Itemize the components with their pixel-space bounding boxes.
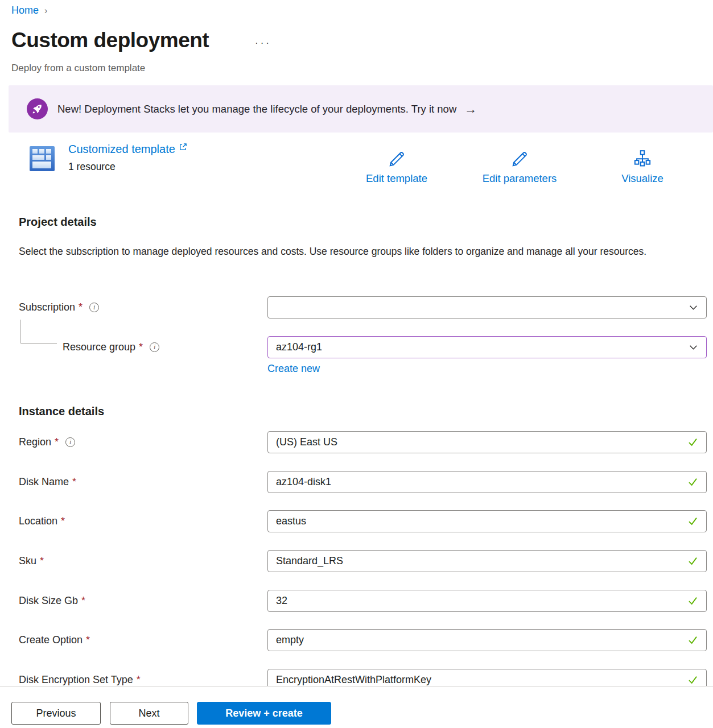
chevron-down-icon — [689, 303, 698, 312]
pencil-icon — [457, 147, 582, 171]
required-asterisk: * — [40, 555, 44, 567]
tree-connector-horizontal — [20, 343, 57, 344]
sku-value: Standard_LRS — [276, 555, 687, 567]
valid-check-icon — [687, 556, 698, 566]
customized-template-label: Customized template — [68, 143, 175, 156]
create-option-label-text: Create Option — [19, 634, 83, 646]
location-label-text: Location — [19, 515, 57, 527]
edit-parameters-label: Edit parameters — [457, 172, 582, 185]
custom-deployment-page: Home › Custom deployment ··· Deploy from… — [0, 0, 713, 728]
required-asterisk: * — [81, 595, 85, 607]
resource-group-dropdown[interactable]: az104-rg1 — [267, 336, 707, 358]
disk-name-label: Disk Name * — [19, 476, 76, 488]
visualize-button[interactable]: Visualize — [580, 147, 705, 185]
disk-encryption-set-type-value: EncryptionAtRestWithPlatformKey — [276, 674, 687, 686]
valid-check-icon — [687, 477, 698, 487]
resource-group-label-text: Resource group — [63, 341, 135, 353]
location-label: Location * — [19, 515, 65, 527]
disk-encryption-set-type-label: Disk Encryption Set Type * — [19, 674, 141, 686]
previous-button[interactable]: Previous — [11, 702, 101, 725]
valid-check-icon — [687, 437, 698, 448]
wizard-footer: Previous Next Review + create — [0, 686, 713, 728]
page-subtitle: Deploy from a custom template — [11, 63, 145, 74]
tree-connector-vertical — [20, 320, 21, 344]
disk-encryption-set-type-label-text: Disk Encryption Set Type — [19, 674, 133, 686]
valid-check-icon — [687, 675, 698, 685]
breadcrumb: Home › — [11, 5, 47, 16]
edit-template-label: Edit template — [334, 172, 459, 185]
template-icon — [30, 146, 55, 171]
edit-parameters-button[interactable]: Edit parameters — [457, 147, 582, 185]
required-asterisk: * — [79, 301, 83, 313]
arrow-right-icon: → — [464, 102, 477, 117]
disk-name-value: az104-disk1 — [276, 476, 687, 488]
region-input[interactable]: (US) East US — [267, 431, 707, 453]
valid-check-icon — [687, 595, 698, 606]
valid-check-icon — [687, 516, 698, 527]
sku-label: Sku * — [19, 555, 44, 567]
disk-size-label: Disk Size Gb * — [19, 595, 85, 607]
required-asterisk: * — [139, 341, 143, 353]
location-input[interactable]: eastus — [267, 510, 707, 532]
chevron-down-icon — [689, 342, 698, 352]
create-option-input[interactable]: empty — [267, 629, 707, 651]
external-link-icon — [179, 143, 187, 151]
create-new-link[interactable]: Create new — [267, 363, 320, 375]
pencil-icon — [334, 147, 459, 171]
subscription-dropdown[interactable] — [267, 296, 707, 318]
required-asterisk: * — [61, 515, 65, 527]
rocket-icon — [27, 98, 48, 119]
project-details-description: Select the subscription to manage deploy… — [19, 243, 673, 260]
more-options-button[interactable]: ··· — [255, 38, 271, 49]
disk-name-label-text: Disk Name — [19, 476, 69, 488]
page-title: Custom deployment — [11, 28, 209, 52]
location-value: eastus — [276, 515, 687, 527]
info-icon[interactable] — [150, 342, 159, 352]
create-option-value: empty — [276, 634, 687, 646]
sku-input[interactable]: Standard_LRS — [267, 550, 707, 572]
region-value: (US) East US — [276, 436, 687, 448]
required-asterisk: * — [72, 476, 76, 488]
resource-group-label: Resource group * — [63, 341, 159, 353]
region-label-text: Region — [19, 436, 51, 448]
edit-template-button[interactable]: Edit template — [334, 147, 459, 185]
org-chart-icon — [580, 147, 705, 171]
disk-size-input[interactable]: 32 — [267, 590, 707, 612]
customized-template-link[interactable]: Customized template — [68, 143, 187, 156]
project-details-heading: Project details — [19, 216, 97, 229]
disk-size-label-text: Disk Size Gb — [19, 595, 78, 607]
required-asterisk: * — [137, 674, 141, 686]
resource-group-value: az104-rg1 — [276, 341, 689, 353]
info-icon[interactable] — [65, 437, 75, 447]
disk-name-input[interactable]: az104-disk1 — [267, 471, 707, 493]
next-button[interactable]: Next — [110, 702, 188, 725]
subscription-label-text: Subscription — [19, 301, 75, 313]
sku-label-text: Sku — [19, 555, 36, 567]
visualize-label: Visualize — [580, 172, 705, 185]
breadcrumb-home-link[interactable]: Home — [11, 5, 39, 16]
resource-count: 1 resource — [68, 161, 116, 173]
review-create-button[interactable]: Review + create — [197, 702, 331, 725]
banner-text: New! Deployment Stacks let you manage th… — [57, 103, 456, 115]
required-asterisk: * — [86, 634, 90, 646]
subscription-label: Subscription * — [19, 301, 99, 313]
required-asterisk: * — [55, 436, 59, 448]
region-label: Region * — [19, 436, 75, 448]
create-option-label: Create Option * — [19, 634, 90, 646]
instance-details-heading: Instance details — [19, 405, 104, 418]
disk-size-value: 32 — [276, 595, 687, 607]
valid-check-icon — [687, 635, 698, 646]
deployment-stacks-banner[interactable]: New! Deployment Stacks let you manage th… — [9, 85, 713, 133]
breadcrumb-chevron-icon: › — [44, 6, 47, 16]
info-icon[interactable] — [89, 303, 99, 312]
